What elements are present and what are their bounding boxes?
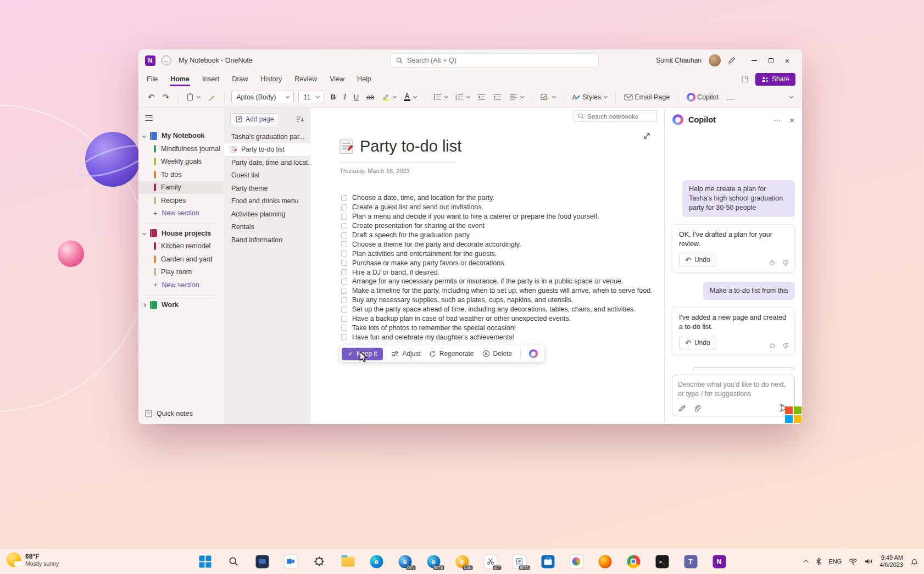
notebook-house-projects[interactable]: House projects (138, 227, 224, 240)
menu-view[interactable]: View (329, 74, 345, 84)
copilot-ribbon-button[interactable]: Copilot (685, 92, 720, 103)
hamburger-menu-icon[interactable] (145, 115, 153, 121)
thumbs-up-icon[interactable] (769, 259, 776, 266)
menu-insert[interactable]: Insert (202, 74, 220, 84)
page-item[interactable]: Party theme (224, 182, 310, 195)
undo-button[interactable]: ↶ Undo (679, 337, 716, 349)
todo-checkbox[interactable] (341, 214, 347, 220)
page-settings-icon[interactable] (741, 75, 749, 83)
teams-icon[interactable]: T (684, 555, 698, 569)
redo-button[interactable]: ↷ (161, 91, 171, 103)
delete-button[interactable]: Delete (482, 350, 513, 358)
new-section-button[interactable]: + New section (138, 278, 224, 292)
todo-checkbox[interactable] (341, 195, 347, 201)
photos-icon[interactable] (570, 555, 583, 569)
clock-widget[interactable]: 9:49 AM 4/6/2023 (880, 554, 903, 569)
todo-checkbox[interactable] (341, 269, 347, 275)
font-name-select[interactable]: Aptos (Body) (231, 91, 294, 103)
suggestion-chip[interactable]: Reorganize to-do list by urgency (693, 367, 795, 370)
underline-button[interactable]: U (352, 92, 360, 102)
todo-checkbox[interactable] (341, 260, 347, 266)
sidebar-section-family[interactable]: Family (138, 181, 224, 194)
email-page-button[interactable]: Email Page (622, 92, 671, 102)
chat-icon[interactable] (284, 555, 298, 569)
todo-checkbox[interactable] (341, 204, 347, 210)
todo-checkbox[interactable] (341, 232, 347, 238)
notebook-work[interactable]: Work (138, 299, 224, 312)
page-item[interactable]: Food and drinks menu (224, 195, 310, 208)
store-icon[interactable] (541, 555, 555, 569)
sidebar-section-recipes[interactable]: Recipes (138, 194, 224, 207)
start-button[interactable] (198, 555, 212, 569)
adjust-button[interactable]: Adjust (391, 350, 420, 358)
taskbar-search-icon[interactable] (227, 555, 241, 569)
edge-beta-icon[interactable]: eBETA (427, 555, 441, 569)
todo-checkbox[interactable] (341, 250, 347, 257)
app-search-box[interactable] (390, 53, 599, 68)
copilot-icon[interactable] (529, 349, 538, 358)
font-color-button[interactable]: A (402, 92, 418, 102)
copilot-prompt-input[interactable] (678, 380, 789, 402)
chevron-right-icon[interactable] (142, 303, 146, 307)
sidebar-section-mindfulness-journal[interactable]: Mindfulness journal (138, 142, 224, 155)
close-copilot-icon[interactable]: × (789, 115, 794, 125)
more-commands-button[interactable]: … (725, 91, 737, 103)
todo-checkbox[interactable] (341, 223, 347, 229)
format-painter-button[interactable] (206, 92, 218, 102)
notebook-search-input[interactable] (587, 113, 653, 120)
page-title[interactable]: Party to-do list (339, 137, 461, 155)
more-options-icon[interactable]: ··· (773, 116, 781, 124)
copilot-prompt-box[interactable] (672, 375, 795, 416)
menu-review[interactable]: Review (294, 74, 318, 84)
paste-button[interactable] (185, 92, 202, 102)
numbered-list-button[interactable]: 123 (454, 92, 471, 102)
page-item[interactable]: Activities planning (224, 208, 310, 221)
volume-icon[interactable] (865, 558, 872, 565)
minimize-button[interactable] (746, 52, 762, 69)
notebook-search-box[interactable] (574, 110, 657, 122)
page-item[interactable]: Band information (224, 233, 310, 247)
edge-dev-icon[interactable]: eDEV (398, 555, 412, 569)
tray-chevron-up-icon[interactable] (803, 559, 809, 565)
terminal-icon[interactable]: >_ (655, 555, 669, 569)
increase-indent-button[interactable] (492, 92, 503, 102)
menu-home[interactable]: Home (170, 74, 190, 84)
expand-page-icon[interactable] (643, 132, 651, 140)
maximize-button[interactable] (762, 52, 779, 69)
file-explorer-icon[interactable] (341, 555, 355, 569)
bluetooth-icon[interactable] (816, 558, 821, 565)
firefox-icon[interactable] (598, 555, 612, 569)
paperclip-icon[interactable] (693, 404, 700, 412)
align-button[interactable] (508, 92, 525, 102)
undo-button[interactable]: ↶ Undo (679, 254, 716, 266)
todo-checkbox[interactable] (341, 241, 347, 247)
menu-file[interactable]: File (146, 74, 158, 84)
tag-button[interactable] (539, 92, 557, 102)
thumbs-down-icon[interactable] (782, 259, 789, 266)
rewrite-pen-icon[interactable] (678, 404, 686, 412)
sidebar-section-kitchen-remodel[interactable]: Kitchen remodel (138, 240, 224, 253)
notepad-icon[interactable]: BETA (513, 555, 526, 569)
page-item[interactable]: Guest list (224, 169, 310, 182)
decrease-indent-button[interactable] (476, 92, 487, 102)
new-section-button[interactable]: + New section (138, 207, 224, 220)
settings-icon[interactable] (313, 555, 326, 569)
page-item[interactable]: Party date, time and locat... (224, 156, 310, 169)
back-button[interactable]: ← (162, 55, 171, 65)
sidebar-section-garden-and-yard[interactable]: Garden and yard (138, 253, 224, 266)
bold-button[interactable]: B (329, 92, 337, 102)
language-indicator[interactable]: ENG (828, 558, 842, 565)
page-item[interactable]: Rentals (224, 221, 310, 234)
collapse-ribbon-button[interactable] (787, 96, 794, 99)
menu-help[interactable]: Help (357, 74, 372, 84)
todo-checkbox[interactable] (341, 334, 347, 340)
todo-checkbox[interactable] (341, 278, 347, 285)
notebook-my-notebook[interactable]: My Notebook (138, 130, 224, 143)
close-button[interactable]: × (779, 52, 795, 69)
italic-button[interactable]: I (342, 92, 348, 103)
todo-checkbox[interactable] (341, 306, 347, 313)
edge-icon[interactable]: e (370, 555, 383, 569)
chevron-down-icon[interactable] (142, 231, 146, 235)
menu-draw[interactable]: Draw (231, 74, 248, 84)
strikethrough-button[interactable]: ab (365, 92, 376, 102)
